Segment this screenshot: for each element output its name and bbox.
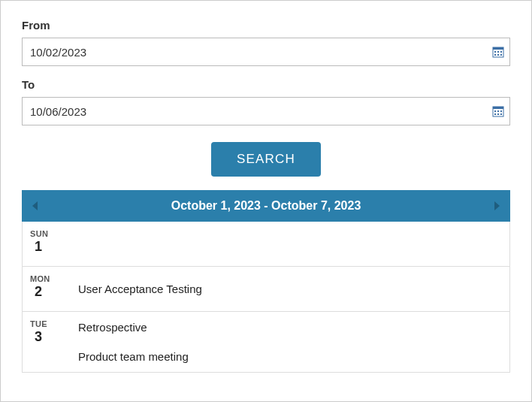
day-row: SUN1 bbox=[23, 222, 509, 267]
from-label: From bbox=[22, 19, 510, 32]
chevron-right-icon bbox=[493, 201, 500, 210]
search-button[interactable]: SEARCH bbox=[211, 142, 321, 177]
to-label: To bbox=[22, 78, 510, 91]
to-input-wrapper bbox=[22, 97, 510, 125]
to-field-group: To bbox=[22, 78, 510, 125]
day-abbr: SUN bbox=[30, 229, 66, 238]
from-field-group: From bbox=[22, 19, 510, 66]
next-week-button[interactable] bbox=[493, 201, 500, 210]
day-events: User Acceptance Testing bbox=[66, 267, 509, 311]
day-events: RetrospectiveProduct team meeting bbox=[66, 312, 509, 372]
calendar-event[interactable]: User Acceptance Testing bbox=[78, 283, 502, 295]
chevron-left-icon bbox=[32, 201, 39, 210]
day-label: MON2 bbox=[23, 267, 66, 311]
day-number: 2 bbox=[35, 284, 66, 300]
calendar-event[interactable]: Product team meeting bbox=[78, 350, 502, 363]
from-date-input[interactable] bbox=[22, 38, 510, 66]
calendar-week-header: October 1, 2023 - October 7, 2023 bbox=[22, 190, 510, 222]
days-container: SUN1MON2User Acceptance TestingTUE3Retro… bbox=[22, 222, 510, 373]
day-row: MON2User Acceptance Testing bbox=[23, 267, 509, 312]
app-container: From To bbox=[0, 0, 532, 402]
day-events bbox=[66, 222, 509, 266]
prev-week-button[interactable] bbox=[32, 201, 39, 210]
svg-marker-16 bbox=[32, 201, 38, 210]
svg-marker-17 bbox=[494, 201, 500, 210]
calendar-range-title: October 1, 2023 - October 7, 2023 bbox=[171, 199, 361, 213]
search-row: SEARCH bbox=[22, 142, 510, 177]
day-number: 1 bbox=[35, 239, 66, 255]
day-abbr: TUE bbox=[30, 319, 66, 328]
calendar-event[interactable]: Retrospective bbox=[78, 321, 502, 334]
day-row: TUE3RetrospectiveProduct team meeting bbox=[23, 312, 509, 372]
day-abbr: MON bbox=[30, 274, 66, 283]
day-label: SUN1 bbox=[23, 222, 66, 266]
day-number: 3 bbox=[35, 329, 66, 345]
from-input-wrapper bbox=[22, 38, 510, 66]
day-label: TUE3 bbox=[23, 312, 66, 372]
to-date-input[interactable] bbox=[22, 97, 510, 125]
